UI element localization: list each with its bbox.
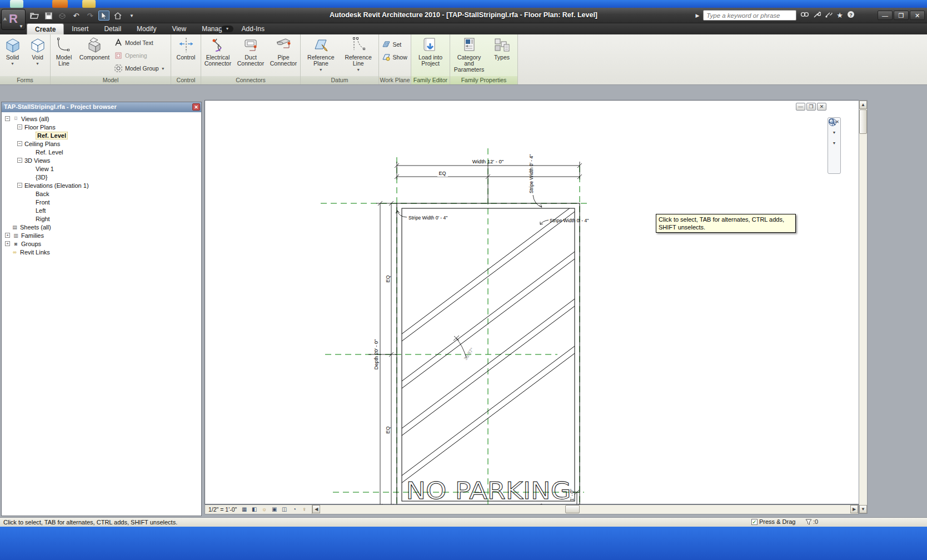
tree-item-sheets[interactable]: ▤ Sheets (all)	[5, 223, 201, 231]
tree-item-back[interactable]: Back	[29, 189, 201, 198]
reference-plane-button[interactable]: Reference Plane▼	[303, 34, 338, 76]
dim-depth-label[interactable]: Depth 20' - 0"	[373, 339, 379, 369]
stripe-width-label-top[interactable]: Stripe Width 0' - 4"	[529, 154, 534, 193]
scroll-up-button[interactable]: ▲	[859, 101, 867, 109]
tree-item-front[interactable]: Front	[29, 198, 201, 206]
expand-icon[interactable]: +	[5, 241, 10, 246]
chevron-down-icon[interactable]: ▼	[833, 129, 836, 136]
press-drag-toggle[interactable]: ✓ Press & Drag	[751, 518, 795, 525]
tree-item-views-all[interactable]: − ⌼ Views (all)	[5, 114, 201, 123]
temporary-hide-icon[interactable]: ◔	[290, 506, 298, 513]
show-work-plane-button[interactable]: Show	[380, 52, 410, 63]
scroll-left-button[interactable]: ◀	[312, 505, 320, 513]
subscription-center-icon[interactable]	[813, 11, 821, 20]
crop-region-icon[interactable]: ▣	[270, 506, 278, 513]
electrical-connector-button[interactable]: Electrical Connector	[202, 34, 234, 76]
tab-create[interactable]: Create	[27, 23, 64, 34]
revit-app-icon[interactable]	[52, 0, 68, 8]
load-into-project-button[interactable]: Load into Project	[413, 34, 448, 76]
vertical-scroll-thumb[interactable]	[859, 109, 867, 134]
pipe-connector-button[interactable]: Pipe Connector	[267, 34, 300, 76]
app-window-icon[interactable]	[10, 0, 23, 8]
category-parameters-button[interactable]: Category and Parameters	[452, 34, 486, 76]
selection-filter[interactable]: :0	[805, 518, 818, 525]
tree-item-ref-level-floor[interactable]: Ref. Level	[29, 131, 201, 139]
tab-add-ins[interactable]: Add-Ins	[234, 23, 272, 34]
view-restore-button[interactable]: ❐	[806, 103, 816, 111]
collapse-icon[interactable]: −	[17, 158, 22, 163]
tree-item-ceiling-plans[interactable]: − Ceiling Plans	[17, 139, 201, 148]
search-icon[interactable]	[800, 11, 809, 19]
model-graphics-style-icon[interactable]: ◧	[250, 506, 258, 513]
collapse-icon[interactable]: −	[17, 124, 22, 129]
chevron-down-icon[interactable]: ▼	[36, 61, 39, 67]
tree-item-right[interactable]: Right	[29, 214, 201, 223]
model-text-button[interactable]: Model Text	[112, 37, 170, 48]
chevron-down-icon[interactable]: ▼	[319, 67, 323, 73]
folder-icon[interactable]	[82, 0, 96, 8]
infocenter-expand-icon[interactable]: ▶	[695, 13, 699, 18]
view-minimize-button[interactable]: —	[796, 103, 805, 111]
communication-center-icon[interactable]	[825, 11, 833, 20]
opening-button[interactable]: Opening	[112, 50, 170, 61]
tab-detail[interactable]: Detail	[96, 23, 129, 34]
duct-connector-button[interactable]: Duct Connector	[235, 34, 267, 76]
scroll-down-button[interactable]: ▼	[859, 505, 867, 513]
tree-item-groups[interactable]: + ◙ Groups	[5, 239, 201, 248]
tree-item-families[interactable]: + ▥ Families	[5, 231, 201, 239]
tree-item-ref-level-ceiling[interactable]: Ref. Level	[29, 148, 201, 156]
tree-item-view-1[interactable]: View 1	[29, 164, 201, 173]
stripe-angle-label[interactable]: 36.87°	[462, 347, 475, 361]
dim-eq-top-label[interactable]: EQ	[385, 275, 391, 282]
model-line-button[interactable]: Model Line	[51, 34, 77, 76]
search-input[interactable]	[703, 10, 796, 21]
component-button[interactable]: Component	[77, 34, 112, 76]
view-scale-button[interactable]: 1/2" = 1'-0"	[205, 506, 240, 513]
help-icon[interactable]: ?	[847, 11, 855, 20]
stripe-width-label-right[interactable]: Stripe Width 0' - 4"	[550, 218, 589, 223]
model-group-button[interactable]: Model Group ▼	[112, 63, 170, 74]
collapse-icon[interactable]: −	[5, 116, 10, 121]
chevron-down-icon[interactable]: ▼	[11, 61, 14, 67]
crop-visibility-icon[interactable]: ◫	[280, 506, 288, 513]
chevron-down-icon[interactable]: ▼	[356, 67, 360, 73]
horizontal-scroll-thumb[interactable]	[565, 505, 580, 513]
vertical-scrollbar[interactable]: ▲ ▼	[859, 100, 868, 514]
tab-insert[interactable]: Insert	[64, 23, 96, 34]
chevron-down-icon[interactable]: ▼	[161, 67, 165, 71]
set-work-plane-button[interactable]: Set	[380, 39, 410, 50]
reference-planes[interactable]	[321, 148, 589, 505]
tree-item-floor-plans[interactable]: − Floor Plans	[17, 123, 201, 131]
expand-icon[interactable]: +	[5, 233, 10, 238]
control-button[interactable]: Control	[171, 34, 201, 76]
horizontal-scrollbar[interactable]: ◀ ▶	[312, 505, 858, 514]
application-menu-button[interactable]: R A ▼	[1, 9, 26, 30]
scroll-right-button[interactable]: ▶	[850, 505, 858, 513]
dim-eq-left-label[interactable]: EQ	[438, 171, 446, 176]
solid-button[interactable]: Solid▼	[0, 34, 25, 76]
collapse-icon[interactable]: −	[17, 141, 22, 146]
drawing-area[interactable]: Width 12' - 0" EQ Depth 20' - 0" EQ EQ 1…	[205, 100, 859, 504]
tree-item-elevations[interactable]: − Elevations (Elevation 1)	[17, 181, 201, 189]
restore-button[interactable]: ❐	[894, 11, 909, 20]
dim-width-label[interactable]: Width 12' - 0"	[472, 158, 504, 164]
project-browser-titlebar[interactable]: TAP-StallStripingl.rfa - Project browser…	[2, 102, 201, 112]
stripe-width-label-left[interactable]: Stripe Width 0' - 4"	[408, 215, 447, 221]
close-icon[interactable]: ✕	[192, 103, 200, 111]
ribbon-minimize-toggle[interactable]: ▾	[221, 26, 233, 32]
tab-view[interactable]: View	[164, 23, 194, 34]
reveal-hidden-icon[interactable]: ♀	[300, 506, 308, 513]
detail-level-icon[interactable]: ▦	[240, 506, 248, 513]
no-parking-text[interactable]: NO PARKING	[406, 477, 571, 504]
favorites-icon[interactable]: ★	[836, 11, 843, 19]
dim-eq-bottom-label[interactable]: EQ	[385, 426, 391, 433]
tree-item-3d-views[interactable]: − 3D Views	[17, 156, 201, 164]
reference-line-button[interactable]: Reference Line▼	[341, 34, 376, 76]
tab-modify[interactable]: Modify	[129, 23, 164, 34]
minimize-button[interactable]: —	[878, 11, 893, 20]
void-button[interactable]: Void▼	[25, 34, 50, 76]
tree-item-left[interactable]: Left	[29, 206, 201, 214]
tree-item-3d[interactable]: {3D}	[29, 173, 201, 181]
chevron-down-icon[interactable]: ▼	[833, 139, 836, 147]
view-close-button[interactable]: ✕	[817, 103, 826, 111]
